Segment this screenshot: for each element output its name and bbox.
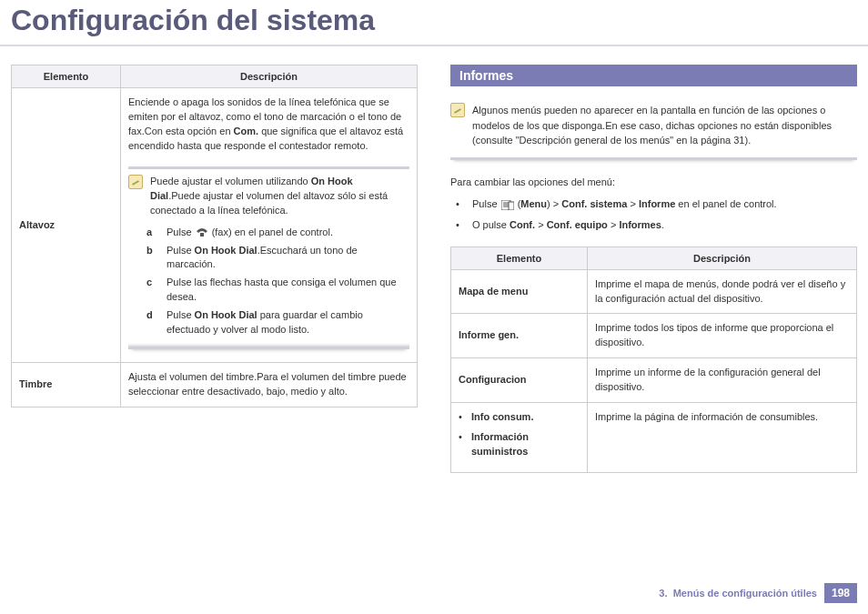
text: . xyxy=(661,219,664,230)
text: > xyxy=(535,219,547,230)
th-elemento: Elemento xyxy=(451,247,588,269)
cell-desc: Imprime el mapa de menús, donde podrá ve… xyxy=(588,269,857,314)
table-row: Informe gen. Imprime todos los tipos de … xyxy=(451,314,857,358)
marker: d xyxy=(146,308,159,337)
bold: On Hook Dial xyxy=(195,245,257,256)
table-row: Altavoz Enciende o apaga los sonidos de … xyxy=(12,88,418,363)
marker: a xyxy=(146,226,159,240)
text: ) > xyxy=(547,198,561,209)
note-text: Algunos menús pueden no aparecer en la p… xyxy=(472,103,857,148)
text: Pulse xyxy=(167,309,195,320)
text: .Puede ajustar el volumen del altavoz só… xyxy=(150,190,388,216)
footer-section-label: Menús de configuración útiles xyxy=(673,588,817,599)
columns: Elemento Descripción Altavoz Enciende o … xyxy=(0,46,868,473)
steps-list: a Pulse (fax) en el panel de control. b … xyxy=(146,226,404,338)
bold: Informes xyxy=(619,219,661,230)
text: Pulse xyxy=(167,245,195,256)
cell-altavoz-desc: Enciende o apaga los sonidos de la línea… xyxy=(121,88,418,363)
cell-timbre-desc: Ajusta el volumen del timbre.Para el vol… xyxy=(121,363,418,408)
bold: Com. xyxy=(234,126,259,136)
cell-element-multi: Info consum. Información suministros xyxy=(451,403,588,473)
note-text: Puede ajustar el volumen utilizando On H… xyxy=(150,175,404,218)
right-column: Informes Algunos menús pueden no aparece… xyxy=(450,65,857,473)
svg-rect-0 xyxy=(200,233,204,237)
list-item: Pulse (Menu) > Conf. sistema > Informe e… xyxy=(450,198,857,210)
bold: On Hook Dial xyxy=(195,309,257,320)
cell-element: Configuracion xyxy=(451,358,588,403)
bold: Info consum. xyxy=(471,410,533,425)
table-row: Configuracion Imprime un informe de la c… xyxy=(451,358,857,403)
list-item: b Pulse On Hook Dial.Escuchará un tono d… xyxy=(146,244,404,273)
cell-timbre: Timbre xyxy=(12,363,121,408)
text: O pulse xyxy=(472,219,510,230)
text: Pulse las flechas hasta que consiga el v… xyxy=(167,276,404,305)
bullet-list: Pulse (Menu) > Conf. sistema > Informe e… xyxy=(450,198,857,230)
table-row: Mapa de menu Imprime el mapa de menús, d… xyxy=(451,269,857,314)
table-row: Timbre Ajusta el volumen del timbre.Para… xyxy=(12,363,418,408)
list-item: d Pulse On Hook Dial para guardar el cam… xyxy=(146,308,404,337)
list-item: O pulse Conf. > Conf. equipo > Informes. xyxy=(450,219,857,230)
bold: Conf. sistema xyxy=(561,198,627,209)
table-row: Info consum. Información suministros Imp… xyxy=(451,403,857,473)
cell-element: Mapa de menu xyxy=(451,269,588,314)
th-descripcion: Descripción xyxy=(588,247,857,269)
marker: c xyxy=(146,276,159,305)
svg-rect-5 xyxy=(509,202,514,210)
note-icon xyxy=(128,175,143,189)
left-column: Elemento Descripción Altavoz Enciende o … xyxy=(11,65,418,473)
list-item: a Pulse (fax) en el panel de control. xyxy=(146,226,404,240)
bold: Conf. equipo xyxy=(547,219,608,230)
note-box: Algunos menús pueden no aparecer en la p… xyxy=(450,103,857,160)
text: > xyxy=(627,198,639,209)
page-title: Configuración del sistema xyxy=(0,0,868,46)
bold: Informe xyxy=(639,198,675,209)
text: Pulse xyxy=(472,198,500,209)
bold: Información suministros xyxy=(471,430,580,459)
footer: 3. Menús de configuración útiles 198 xyxy=(659,583,857,603)
cell-altavoz: Altavoz xyxy=(12,88,121,363)
list-item: c Pulse las flechas hasta que consiga el… xyxy=(146,276,404,305)
right-table: Elemento Descripción Mapa de menu Imprim… xyxy=(450,247,857,473)
left-table: Elemento Descripción Altavoz Enciende o … xyxy=(11,65,418,408)
section-header-informes: Informes xyxy=(450,65,857,86)
bold: Conf. xyxy=(510,219,535,230)
text: (fax) en el panel de control. xyxy=(209,226,333,237)
text: Pulse xyxy=(167,226,195,237)
note-icon xyxy=(450,103,465,117)
cell-desc: Imprime un informe de la configuración g… xyxy=(588,358,857,403)
th-elemento: Elemento xyxy=(12,65,121,88)
text: en el panel de control. xyxy=(675,198,776,209)
fax-icon xyxy=(196,227,208,237)
marker: b xyxy=(146,244,159,273)
text: Puede ajustar el volumen utilizando xyxy=(150,176,311,186)
bold: Menu xyxy=(520,198,547,209)
cell-desc: Imprime todos los tipos de informe que p… xyxy=(588,314,857,358)
intro-text: Para cambiar las opciones del menú: xyxy=(450,175,857,190)
text: > xyxy=(608,219,620,230)
page-number: 198 xyxy=(824,583,857,603)
menu-icon xyxy=(501,200,514,210)
note-box: Puede ajustar el volumen utilizando On H… xyxy=(128,166,409,349)
footer-section-no: 3. xyxy=(659,588,667,599)
cell-desc: Imprime la página de información de cons… xyxy=(588,403,857,473)
th-descripcion: Descripción xyxy=(121,65,418,88)
cell-element: Informe gen. xyxy=(451,314,588,358)
